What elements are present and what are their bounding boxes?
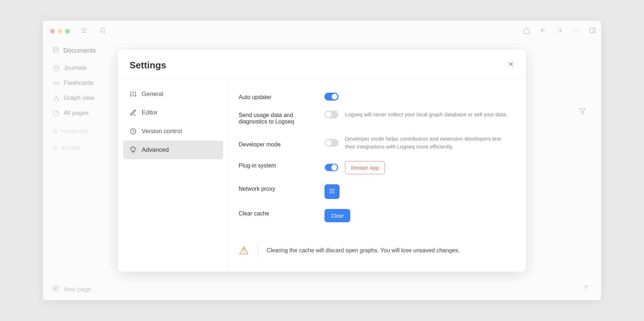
plugin-system-toggle[interactable] (325, 164, 338, 171)
history-icon (130, 128, 137, 135)
warning-icon: ⚠ (239, 244, 249, 257)
tab-editor[interactable]: Editor (123, 103, 223, 122)
modal-body: General Editor Version control (118, 78, 526, 272)
svg-line-41 (130, 148, 131, 148)
svg-line-42 (136, 148, 136, 148)
setting-plugin-system: Plug-in system Restart App (239, 156, 512, 179)
tab-label: General (142, 91, 163, 98)
setting-developer-mode: Developer mode Developer mode helps cont… (239, 130, 512, 156)
tab-label: Version control (142, 128, 182, 135)
settings-nav: General Editor Version control (118, 78, 229, 272)
modal-title: Settings (130, 60, 166, 71)
setting-label: Auto updater (239, 93, 317, 101)
setting-clear-cache: Clear cache Clear (239, 204, 512, 227)
modal-close-button[interactable] (507, 60, 514, 70)
clear-cache-button[interactable]: Clear (325, 209, 350, 222)
network-proxy-edit-button[interactable] (325, 184, 340, 199)
external-link-icon (329, 188, 335, 195)
edit-icon (130, 109, 137, 116)
sliders-icon (130, 91, 137, 98)
restart-app-button[interactable]: Restart App (345, 161, 385, 174)
modal-overlay: Settings General (43, 21, 601, 300)
settings-modal: Settings General (118, 50, 526, 272)
tab-label: Advanced (142, 146, 169, 154)
setting-label: Developer mode (239, 135, 317, 148)
app-window: Documents Journals Flashcards (43, 21, 601, 300)
setting-label: Network proxy (239, 184, 317, 192)
modal-header: Settings (118, 50, 526, 78)
setting-label: Clear cache (239, 209, 317, 217)
setting-description: Developer mode helps contributors and ex… (345, 135, 512, 151)
setting-usage-data: Send usage data and diagnostics to Logse… (239, 106, 512, 130)
setting-description: Logseq will never collect your local gra… (345, 111, 507, 119)
setting-network-proxy: Network proxy (239, 179, 512, 204)
developer-mode-toggle[interactable] (325, 139, 338, 147)
auto-updater-toggle[interactable] (325, 93, 338, 101)
setting-auto-updater: Auto updater (239, 88, 512, 106)
warning-text: Clearing the cache will discard open gra… (267, 247, 460, 254)
tab-general[interactable]: General (123, 85, 223, 103)
warning-row: ⚠ Clearing the cache will discard open g… (239, 236, 512, 258)
tab-label: Editor (142, 109, 157, 116)
lightbulb-icon (130, 146, 137, 154)
setting-label: Send usage data and diagnostics to Logse… (239, 111, 317, 125)
tab-version-control[interactable]: Version control (123, 122, 223, 141)
close-icon (507, 60, 514, 69)
setting-label: Plug-in system (239, 161, 317, 169)
usage-data-toggle[interactable] (325, 111, 338, 118)
settings-content: Auto updater Send usage data and diagnos… (229, 78, 526, 272)
tab-advanced[interactable]: Advanced (123, 141, 223, 159)
